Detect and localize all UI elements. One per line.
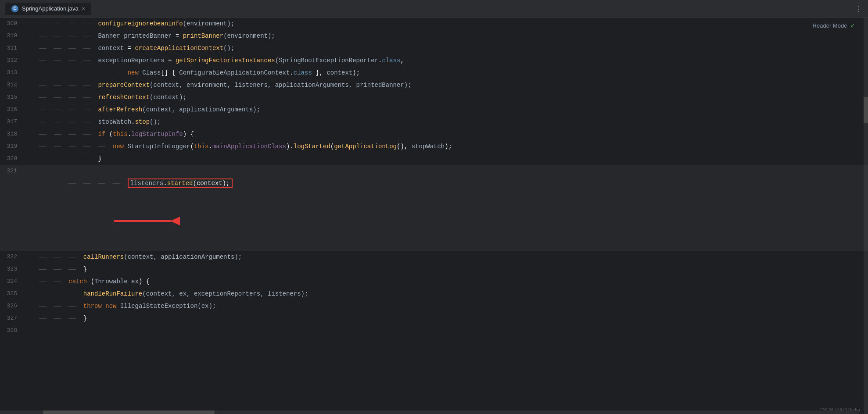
line-number-316: 316	[0, 104, 24, 116]
code-container: 309 —— —— —— —— configureignorebeaninfo(…	[0, 18, 868, 414]
code-line-320: 320 —— —— —— —— }	[0, 153, 868, 165]
reader-mode-button[interactable]: Reader Mode	[813, 22, 847, 29]
code-line-316: 316 —— —— —— —— afterRefresh(context, ap…	[0, 104, 868, 116]
code-content-318: —— —— —— —— if (this.logStartupInfo) {	[37, 128, 868, 140]
code-line-328: 328	[0, 325, 868, 337]
code-content-317: —— —— —— —— stopWatch.stop();	[37, 116, 868, 128]
code-content-321: —— —— —— —— listeners.started(context);	[37, 165, 868, 251]
code-content-320: —— —— —— —— }	[37, 153, 868, 165]
line-number-324: 324	[0, 275, 24, 288]
code-content-311: —— —— —— —— context = createApplicationC…	[37, 42, 868, 54]
code-line-324: 324 —— —— catch (Throwable ex) {	[0, 275, 868, 288]
code-content-319: —— —— —— —— —— new StartupInfoLogger(thi…	[37, 140, 868, 153]
line-number-327: 327	[0, 312, 24, 325]
line-number-323: 323	[0, 263, 24, 275]
java-file-icon: C	[11, 5, 18, 12]
code-content-312: —— —— —— —— exceptionReporters = getSpri…	[37, 54, 868, 67]
line-number-314: 314	[0, 79, 24, 91]
code-line-321: 321 —— —— —— —— listeners.started(contex…	[0, 165, 868, 251]
code-line-309: 309 —— —— —— —— configureignorebeaninfo(…	[0, 18, 868, 30]
code-content-322: —— —— —— callRunners(context, applicatio…	[37, 251, 868, 263]
code-line-322: 322 —— —— —— callRunners(context, applic…	[0, 251, 868, 263]
more-options-icon[interactable]: ⋮	[855, 4, 863, 14]
code-content-323: —— —— —— }	[37, 263, 868, 275]
code-content-310: —— —— —— —— Banner printedBanner = print…	[37, 30, 868, 42]
tab-label: SpringApplication.java	[22, 5, 79, 12]
code-line-327: 327 —— —— —— }	[0, 312, 868, 325]
h-scrollbar-thumb[interactable]	[43, 410, 215, 414]
line-number-322: 322	[0, 251, 24, 263]
code-content-316: —— —— —— —— afterRefresh(context, applic…	[37, 104, 868, 116]
reader-mode-check-icon: ✓	[850, 21, 855, 30]
line-number-315: 315	[0, 91, 24, 104]
line-number-319: 319	[0, 140, 24, 153]
code-line-312: 312 —— —— —— —— exceptionReporters = get…	[0, 54, 868, 67]
title-bar: C SpringApplication.java × ⋮	[0, 0, 868, 18]
code-line-310: 310 —— —— —— —— Banner printedBanner = p…	[0, 30, 868, 42]
line-number-317: 317	[0, 116, 24, 128]
code-content-315: —— —— —— —— refreshContext(context);	[37, 91, 868, 104]
editor: Reader Mode ✓ 309 —— —— —— —— configurei…	[0, 18, 868, 414]
line-number-318: 318	[0, 128, 24, 140]
code-content-313: —— —— —— —— —— —— new Class[] { Configur…	[37, 67, 868, 79]
line-number-311: 311	[0, 42, 24, 54]
file-tab[interactable]: C SpringApplication.java ×	[5, 3, 91, 15]
line-number-325: 325	[0, 288, 24, 300]
code-line-326: 326 —— —— —— throw new IllegalStateExcep…	[0, 300, 868, 312]
code-line-323: 323 —— —— —— }	[0, 263, 868, 275]
horizontal-scrollbar[interactable]	[0, 410, 859, 414]
code-content-324: —— —— catch (Throwable ex) {	[37, 275, 868, 288]
code-line-319: 319 —— —— —— —— —— new StartupInfoLogger…	[0, 140, 868, 153]
code-content-314: —— —— —— —— prepareContext(context, envi…	[37, 79, 868, 91]
code-content-309: —— —— —— —— configureignorebeaninfo(envi…	[37, 18, 868, 30]
code-content-327: —— —— —— }	[37, 312, 868, 325]
line-number-313: 313	[0, 67, 24, 79]
code-line-311: 311 —— —— —— —— context = createApplicat…	[0, 42, 868, 54]
code-content-325: —— —— —— handleRunFailure(context, ex, e…	[37, 288, 868, 300]
line-number-321: 321	[0, 165, 24, 177]
close-tab-icon[interactable]: ×	[82, 6, 85, 12]
code-line-314: 314 —— —— —— —— prepareContext(context, …	[0, 79, 868, 91]
code-line-318: 318 —— —— —— —— if (this.logStartupInfo)…	[0, 128, 868, 140]
line-number-312: 312	[0, 54, 24, 67]
code-line-313: 313 —— —— —— —— —— —— new Class[] { Conf…	[0, 67, 868, 79]
line-number-310: 310	[0, 30, 24, 42]
reader-mode-bar: Reader Mode ✓	[813, 21, 855, 30]
line-number-320: 320	[0, 153, 24, 165]
code-line-325: 325 —— —— —— handleRunFailure(context, e…	[0, 288, 868, 300]
code-content-326: —— —— —— throw new IllegalStateException…	[37, 300, 868, 312]
line-number-326: 326	[0, 300, 24, 312]
line-number-309: 309	[0, 18, 24, 30]
code-line-317: 317 —— —— —— —— stopWatch.stop();	[0, 116, 868, 128]
line-number-328: 328	[0, 325, 24, 337]
code-line-315: 315 —— —— —— —— refreshContext(context);	[0, 91, 868, 104]
